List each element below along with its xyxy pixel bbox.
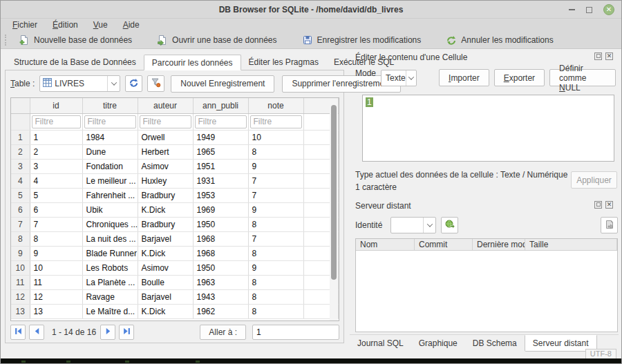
goto-button[interactable]: Aller à : (200, 325, 246, 340)
cell[interactable]: Fondation (82, 159, 138, 173)
row-number[interactable]: 9 (11, 246, 30, 260)
table-row[interactable]: 99Blade RunnerK.Dick19688 (11, 246, 339, 260)
tab-db-schema[interactable]: DB Schema (465, 336, 525, 351)
remote-column-nom[interactable]: Nom (356, 239, 415, 250)
goto-input[interactable] (252, 325, 339, 340)
row-number[interactable]: 5 (11, 188, 30, 202)
column-header-id[interactable]: id (30, 98, 82, 113)
filter-input-auteur[interactable] (140, 115, 191, 128)
cell[interactable]: Bradbury (138, 217, 193, 231)
table-row[interactable]: 111984Orwell194910 (11, 130, 339, 144)
push-database-button[interactable] (601, 217, 618, 233)
new-database-button[interactable]: Nouvelle base de données (12, 32, 138, 48)
mode-selector[interactable]: Texte (381, 70, 417, 86)
table-row[interactable]: 1010Les RobotsAsimov19509 (11, 260, 339, 275)
cell[interactable]: 1950 (193, 260, 248, 275)
menu-vue[interactable]: Vue (86, 19, 115, 31)
tab-journal-sql[interactable]: Journal SQL (350, 336, 411, 351)
table-row[interactable]: 1212RavageBarjavel19438 (11, 289, 339, 304)
first-page-button[interactable] (10, 325, 26, 340)
cell[interactable]: 7 (248, 231, 303, 246)
cell[interactable]: 1963 (193, 275, 248, 289)
cell[interactable]: 3 (30, 159, 82, 173)
cell[interactable]: Herbert (138, 144, 193, 159)
cell[interactable]: 1962 (193, 304, 248, 318)
table-row[interactable]: 88La nuit des ...Barjavel19687 (11, 231, 339, 246)
tab-structure[interactable]: Structure de la Base de Données (6, 55, 144, 70)
table-row[interactable]: 22DuneHerbert19658 (11, 144, 339, 159)
cell[interactable]: 1968 (193, 231, 248, 246)
corner-header[interactable] (11, 98, 30, 113)
cell-content-editor[interactable]: 1 (362, 95, 614, 162)
refresh-button[interactable] (125, 75, 142, 92)
cell[interactable]: La nuit des ... (82, 231, 138, 246)
restore-button[interactable] (586, 7, 592, 13)
cell[interactable]: 1984 (82, 130, 138, 144)
cell[interactable]: 9 (248, 159, 303, 173)
cell[interactable]: La Planète ... (82, 275, 138, 289)
filter-input-id[interactable] (32, 115, 81, 128)
cell[interactable]: Dune (82, 144, 138, 159)
cell-editor-float-icon[interactable] (594, 52, 602, 60)
cell[interactable]: Ravage (82, 289, 138, 304)
cell[interactable]: 1953 (193, 188, 248, 202)
cell[interactable]: Fahrenheit ... (82, 188, 138, 202)
cell[interactable]: 1965 (193, 144, 248, 159)
cell[interactable]: 9 (30, 246, 82, 260)
row-number[interactable]: 6 (11, 202, 30, 217)
cell[interactable]: 5 (30, 188, 82, 202)
cell[interactable]: Le Maître d... (82, 304, 138, 318)
cell[interactable]: 1968 (193, 246, 248, 260)
column-header-note[interactable]: note (248, 98, 303, 113)
table-row[interactable]: 66UbikK.Dick19699 (11, 202, 339, 217)
cell[interactable]: Orwell (138, 130, 193, 144)
tab-execute-sql[interactable]: Exécuter le SQL (326, 55, 402, 70)
menu-edition[interactable]: Édition (45, 19, 86, 31)
cell[interactable]: 9 (248, 202, 303, 217)
cell[interactable]: K.Dick (138, 202, 193, 217)
remote-column-commit[interactable]: Commit (415, 239, 473, 250)
titlebar[interactable]: DB Browser for SQLite - /home/david/db_l… (1, 1, 621, 19)
scrollbar-thumb[interactable] (331, 105, 337, 280)
cell[interactable]: 7 (248, 173, 303, 188)
column-header-ann_publi[interactable]: ann_publi (193, 98, 248, 113)
last-page-button[interactable] (119, 325, 134, 340)
column-header-auteur[interactable]: auteur (138, 98, 193, 113)
cell[interactable]: 12 (30, 289, 82, 304)
cell[interactable]: Blade Runner (82, 246, 138, 260)
clear-filters-button[interactable] (147, 75, 164, 92)
cell[interactable]: Ubik (82, 202, 138, 217)
cell[interactable]: Chroniques ... (82, 217, 138, 231)
table-row[interactable]: 1313Le Maître d...K.Dick19628 (11, 304, 339, 318)
row-number[interactable]: 13 (11, 304, 30, 318)
cell[interactable]: 13 (30, 304, 82, 318)
cell[interactable]: 1931 (193, 173, 248, 188)
cell[interactable]: 1951 (193, 159, 248, 173)
minimize-button[interactable] (569, 9, 575, 10)
import-button[interactable]: Importer (439, 69, 489, 86)
cell[interactable]: 6 (30, 202, 82, 217)
open-database-button[interactable]: Ouvrir une base de données (151, 32, 283, 48)
cell[interactable]: 1969 (193, 202, 248, 217)
column-header-titre[interactable]: titre (82, 98, 138, 113)
cell[interactable]: 1 (30, 130, 82, 144)
cell[interactable]: 8 (30, 231, 82, 246)
cell[interactable]: Huxley (138, 173, 193, 188)
cell[interactable]: Barjavel (138, 289, 193, 304)
previous-page-button[interactable] (29, 325, 44, 340)
cell[interactable]: Le meilleur ... (82, 173, 138, 188)
reload-remote-button[interactable] (441, 217, 458, 233)
table-row[interactable]: 44Le meilleur ...Huxley19317 (11, 173, 339, 188)
row-number[interactable]: 4 (11, 173, 30, 188)
revert-changes-button[interactable]: Annuler les modifications (440, 32, 559, 48)
filter-input-note[interactable] (250, 115, 302, 128)
cell[interactable]: 8 (248, 275, 303, 289)
new-record-button[interactable]: Nouvel Enregistrement (171, 75, 274, 93)
cell[interactable]: Les Robots (82, 260, 138, 275)
row-number[interactable]: 8 (11, 231, 30, 246)
table-row[interactable]: 1111La Planète ...Boulle19638 (11, 275, 339, 289)
filter-input-ann_publi[interactable] (195, 115, 247, 128)
row-number[interactable]: 1 (11, 130, 30, 144)
cell[interactable]: Barjavel (138, 231, 193, 246)
row-number[interactable]: 10 (11, 260, 30, 275)
